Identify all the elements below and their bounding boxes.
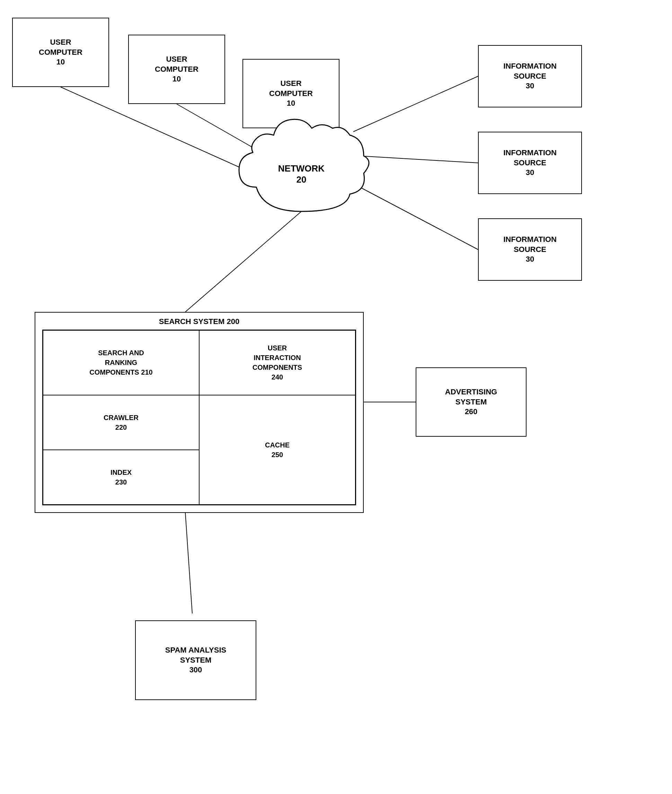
search-ranking-cell: SEARCH AND RANKING COMPONENTS 210 (43, 330, 199, 395)
svg-text:20: 20 (296, 174, 307, 185)
info-source-1: INFORMATION SOURCE 30 (478, 45, 582, 107)
user-computer-1-label: USER COMPUTER 10 (39, 37, 82, 67)
index-cell: INDEX 230 (43, 450, 199, 505)
svg-text:NETWORK: NETWORK (278, 163, 325, 174)
cache-cell: CACHE 250 (199, 395, 355, 505)
index-label: INDEX 230 (110, 468, 132, 487)
diagram: USER COMPUTER 10 USER COMPUTER 10 USER C… (0, 0, 672, 794)
search-system-label: SEARCH SYSTEM 200 (35, 313, 363, 330)
user-computer-2-label: USER COMPUTER 10 (155, 55, 198, 84)
user-interaction-label: USER INTERACTION COMPONENTS 240 (253, 343, 302, 382)
search-system-outer: SEARCH SYSTEM 200 SEARCH AND RANKING COM… (35, 312, 364, 513)
advertising-system-label: ADVERTISING SYSTEM 260 (445, 387, 497, 417)
user-computer-2: USER COMPUTER 10 (128, 35, 225, 104)
crawler-cell: CRAWLER 220 (43, 395, 199, 450)
spam-analysis-label: SPAM ANALYSIS SYSTEM 300 (165, 645, 226, 675)
info-source-2-label: INFORMATION SOURCE 30 (503, 148, 557, 178)
info-source-1-label: INFORMATION SOURCE 30 (503, 61, 557, 91)
search-ranking-label: SEARCH AND RANKING COMPONENTS 210 (90, 348, 152, 377)
info-source-2: INFORMATION SOURCE 30 (478, 132, 582, 194)
advertising-system: ADVERTISING SYSTEM 260 (416, 367, 526, 437)
info-source-3: INFORMATION SOURCE 30 (478, 218, 582, 281)
user-interaction-cell: USER INTERACTION COMPONENTS 240 (199, 330, 355, 395)
svg-line-6 (185, 212, 301, 312)
crawler-label: CRAWLER 220 (104, 413, 139, 432)
svg-line-4 (360, 156, 478, 163)
user-computer-1: USER COMPUTER 10 (12, 18, 109, 87)
cache-label: CACHE 250 (265, 440, 290, 460)
svg-line-8 (185, 513, 192, 613)
network-cloud: NETWORK 20 (229, 101, 374, 225)
info-source-3-label: INFORMATION SOURCE 30 (503, 235, 557, 265)
spam-analysis-system: SPAM ANALYSIS SYSTEM 300 (135, 620, 256, 700)
